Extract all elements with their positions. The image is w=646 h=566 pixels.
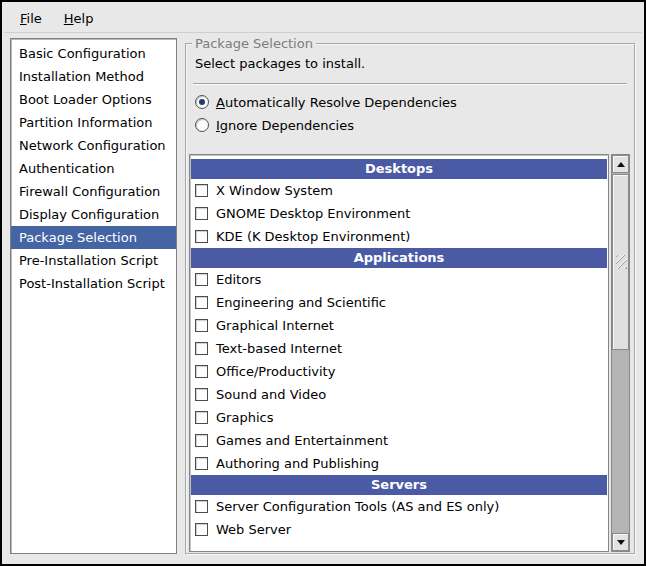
package-item-office-productivity[interactable]: Office/Productivity xyxy=(190,360,608,383)
package-item-web-server[interactable]: Web Server xyxy=(190,518,608,541)
package-item-server-configuration-tools[interactable]: Server Configuration Tools (AS and ES on… xyxy=(190,495,608,518)
checkbox-icon[interactable] xyxy=(195,230,208,243)
checkbox-icon[interactable] xyxy=(195,500,208,513)
scrollbar-up-button[interactable] xyxy=(612,155,629,173)
sidebar-item-firewall-configuration[interactable]: Firewall Configuration xyxy=(11,180,176,203)
instruction-label: Select packages to install. xyxy=(195,56,365,71)
arrow-up-icon xyxy=(617,162,625,167)
radio-label: Automatically Resolve Dependencies xyxy=(216,95,457,110)
package-item-label: Sound and Video xyxy=(216,387,326,402)
group-title: Package Selection xyxy=(192,35,316,52)
arrow-down-icon xyxy=(617,540,625,545)
scrollbar-grip-icon xyxy=(616,255,627,269)
menu-help[interactable]: Help xyxy=(56,7,102,30)
package-item-label: Editors xyxy=(216,272,261,287)
checkbox-icon[interactable] xyxy=(195,411,208,424)
package-item-label: Graphical Internet xyxy=(216,318,334,333)
horizontal-separator xyxy=(193,83,627,85)
sidebar-item-network-configuration[interactable]: Network Configuration xyxy=(11,134,176,157)
package-item-label: Web Server xyxy=(216,522,291,537)
package-item-games-entertainment[interactable]: Games and Entertainment xyxy=(190,429,608,452)
package-item-label: KDE (K Desktop Environment) xyxy=(216,229,410,244)
package-item-label: Server Configuration Tools (AS and ES on… xyxy=(216,499,499,514)
package-item-editors[interactable]: Editors xyxy=(190,268,608,291)
checkbox-icon[interactable] xyxy=(195,296,208,309)
package-scrolled-window: Desktops X Window System GNOME Desktop E… xyxy=(189,154,630,552)
sidebar-item-display-configuration[interactable]: Display Configuration xyxy=(11,203,176,226)
radio-label-rest: utomatically Resolve Dependencies xyxy=(225,95,457,110)
kickstart-configurator-window: File Help Basic Configuration Installati… xyxy=(0,0,646,566)
radio-label-accel: A xyxy=(216,95,225,110)
package-item-label: Office/Productivity xyxy=(216,364,335,379)
vertical-scrollbar[interactable] xyxy=(611,154,630,552)
package-selection-group: Package Selection Select packages to ins… xyxy=(185,43,635,554)
checkbox-icon[interactable] xyxy=(195,523,208,536)
sidebar-item-authentication[interactable]: Authentication xyxy=(11,157,176,180)
radio-ignore-dependencies[interactable]: Ignore Dependencies xyxy=(195,115,354,135)
package-item-authoring-publishing[interactable]: Authoring and Publishing xyxy=(190,452,608,475)
checkbox-icon[interactable] xyxy=(195,457,208,470)
package-item-label: GNOME Desktop Environment xyxy=(216,206,410,221)
sidebar-item-partition-information[interactable]: Partition Information xyxy=(11,111,176,134)
section-header-desktops: Desktops xyxy=(191,159,607,179)
menu-file[interactable]: File xyxy=(12,7,50,30)
checkbox-icon[interactable] xyxy=(195,207,208,220)
package-item-graphics[interactable]: Graphics xyxy=(190,406,608,429)
radio-label-rest: gnore Dependencies xyxy=(220,118,354,133)
checkbox-icon[interactable] xyxy=(195,365,208,378)
checkbox-icon[interactable] xyxy=(195,319,208,332)
checkbox-icon[interactable] xyxy=(195,434,208,447)
radio-label: Ignore Dependencies xyxy=(216,118,354,133)
radio-dot xyxy=(199,99,205,105)
sidebar-item-installation-method[interactable]: Installation Method xyxy=(11,65,176,88)
category-list: Basic Configuration Installation Method … xyxy=(10,38,177,554)
section-header-servers: Servers xyxy=(191,475,607,495)
package-item-kde-desktop[interactable]: KDE (K Desktop Environment) xyxy=(190,225,608,248)
scrollbar-thumb[interactable] xyxy=(612,174,629,350)
package-item-label: Engineering and Scientific xyxy=(216,295,386,310)
section-header-applications: Applications xyxy=(191,248,607,268)
radio-button-icon[interactable] xyxy=(195,95,209,109)
radio-button-icon[interactable] xyxy=(195,118,209,132)
menu-help-accel: H xyxy=(64,11,74,26)
sidebar-item-basic-configuration[interactable]: Basic Configuration xyxy=(11,42,176,65)
package-item-text-based-internet[interactable]: Text-based Internet xyxy=(190,337,608,360)
package-item-sound-and-video[interactable]: Sound and Video xyxy=(190,383,608,406)
package-item-label: X Window System xyxy=(216,183,333,198)
package-item-label: Games and Entertainment xyxy=(216,433,388,448)
menu-file-rest: ile xyxy=(27,11,42,26)
radio-auto-resolve-dependencies[interactable]: Automatically Resolve Dependencies xyxy=(195,92,457,112)
scrollbar-down-button[interactable] xyxy=(612,533,629,551)
sidebar-item-package-selection[interactable]: Package Selection xyxy=(11,226,176,249)
menu-bar: File Help xyxy=(4,4,642,33)
package-item-label: Authoring and Publishing xyxy=(216,456,379,471)
menu-help-rest: elp xyxy=(74,11,94,26)
package-item-graphical-internet[interactable]: Graphical Internet xyxy=(190,314,608,337)
package-item-x-window-system[interactable]: X Window System xyxy=(190,179,608,202)
checkbox-icon[interactable] xyxy=(195,388,208,401)
checkbox-icon[interactable] xyxy=(195,273,208,286)
checkbox-icon[interactable] xyxy=(195,184,208,197)
package-item-label: Graphics xyxy=(216,410,273,425)
sidebar-item-post-installation-script[interactable]: Post-Installation Script xyxy=(11,272,176,295)
package-item-engineering-scientific[interactable]: Engineering and Scientific xyxy=(190,291,608,314)
package-list: Desktops X Window System GNOME Desktop E… xyxy=(189,154,609,552)
package-item-label: Text-based Internet xyxy=(216,341,342,356)
package-item-gnome-desktop[interactable]: GNOME Desktop Environment xyxy=(190,202,608,225)
sidebar-item-pre-installation-script[interactable]: Pre-Installation Script xyxy=(11,249,176,272)
checkbox-icon[interactable] xyxy=(195,342,208,355)
sidebar-item-boot-loader-options[interactable]: Boot Loader Options xyxy=(11,88,176,111)
